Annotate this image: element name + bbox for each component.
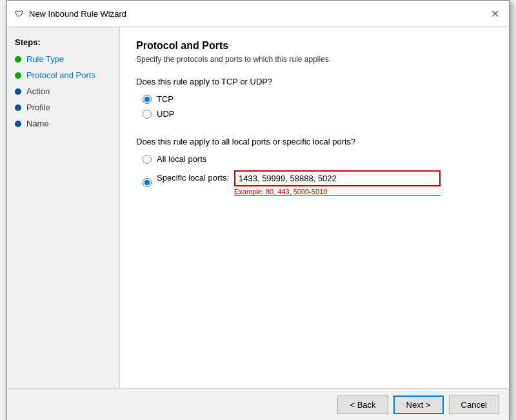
all-ports-radio[interactable] (143, 155, 152, 164)
tcp-label: TCP (157, 94, 174, 104)
title-bar-left: 🛡 New Inbound Rule Wizard (14, 8, 126, 19)
dot-icon-profile (15, 105, 21, 111)
dot-icon-rule-type (15, 56, 21, 63)
sidebar: Steps: Rule Type Protocol and Ports Acti… (7, 27, 120, 388)
wizard-icon: 🛡 (14, 8, 24, 19)
title-bar-text: New Inbound Rule Wizard (29, 9, 126, 19)
sidebar-item-action: Action (7, 83, 119, 99)
sidebar-label-protocol-ports: Protocol and Ports (26, 70, 95, 80)
port-input-field[interactable] (234, 170, 441, 186)
dialog-window: 🛡 New Inbound Rule Wizard ✕ Steps: Rule … (6, 0, 510, 420)
sidebar-label-action: Action (26, 86, 50, 96)
back-button[interactable]: < Back (337, 395, 388, 414)
main-panel: Protocol and Ports Specify the protocols… (120, 27, 509, 388)
ports-question: Does this rule apply to all local ports … (136, 137, 493, 146)
sidebar-item-protocol-ports: Protocol and Ports (7, 67, 119, 83)
specific-ports-radio-item: Specific local ports: Example: 80, 443, … (143, 169, 493, 196)
close-button[interactable]: ✕ (487, 6, 502, 21)
next-button[interactable]: Next > (393, 395, 444, 414)
tcp-udp-question: Does this rule apply to TCP or UDP? (136, 77, 493, 86)
sidebar-item-profile: Profile (7, 99, 119, 115)
cancel-button[interactable]: Cancel (449, 395, 499, 414)
sidebar-label-name: Name (26, 119, 49, 128)
udp-radio-item: UDP (143, 109, 493, 119)
footer-bar: < Back Next > Cancel (7, 388, 509, 420)
all-ports-radio-item: All local ports (143, 154, 493, 164)
title-bar: 🛡 New Inbound Rule Wizard ✕ (7, 1, 509, 27)
sidebar-item-rule-type: Rule Type (7, 51, 119, 67)
specific-ports-radio[interactable] (143, 178, 152, 187)
port-hint-text: Example: 80, 443, 5000-5010 (234, 188, 441, 196)
dot-icon-action (15, 88, 21, 95)
all-ports-label: All local ports (157, 154, 206, 164)
udp-label: UDP (157, 109, 174, 119)
ports-group: All local ports Specific local ports: Ex… (136, 154, 493, 196)
content-area: Steps: Rule Type Protocol and Ports Acti… (7, 27, 509, 388)
port-input-wrapper: Example: 80, 443, 5000-5010 (234, 170, 441, 196)
page-subtitle: Specify the protocols and ports to which… (136, 55, 493, 64)
udp-radio[interactable] (143, 110, 152, 119)
page-title: Protocol and Ports (136, 40, 493, 52)
sidebar-label-rule-type: Rule Type (26, 54, 64, 64)
sidebar-item-name: Name (7, 115, 119, 132)
specific-ports-label: Specific local ports: (157, 170, 229, 183)
port-input-row: Specific local ports: Example: 80, 443, … (157, 170, 441, 196)
dot-icon-name (15, 121, 21, 127)
sidebar-header: Steps: (7, 34, 119, 51)
tcp-udp-group: TCP UDP (136, 94, 493, 119)
tcp-radio-item: TCP (143, 94, 493, 104)
tcp-radio[interactable] (143, 95, 152, 104)
dot-icon-protocol-ports (15, 72, 21, 79)
sidebar-label-profile: Profile (26, 103, 50, 112)
